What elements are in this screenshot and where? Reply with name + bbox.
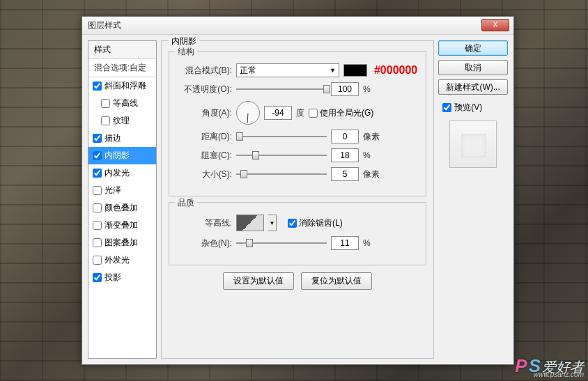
style-item-label: 等高线 (113, 98, 138, 109)
angle-unit: 度 (296, 107, 304, 119)
opacity-slider[interactable] (236, 83, 327, 95)
style-item-label: 渐变叠加 (105, 219, 138, 231)
blend-mode-value: 正常 (240, 65, 256, 77)
new-style-button[interactable]: 新建样式(W)... (438, 79, 508, 95)
chevron-down-icon: ▼ (330, 67, 336, 74)
style-item-label: 内阴影 (105, 150, 130, 162)
contour-row: 等高线: ▼ 消除锯齿(L) (178, 215, 417, 231)
color-hex-annotation: #000000 (374, 64, 417, 77)
opacity-unit: % (363, 84, 371, 94)
style-item-10[interactable]: 外发光 (88, 251, 156, 269)
style-checkbox[interactable] (93, 256, 102, 265)
global-light-checkbox[interactable]: 使用全局光(G) (309, 107, 373, 119)
noise-unit: % (363, 238, 371, 248)
style-checkbox[interactable] (93, 169, 102, 178)
preview-thumbnail (449, 120, 497, 168)
ok-button[interactable]: 确定 (438, 40, 508, 56)
contour-picker[interactable] (236, 215, 264, 231)
watermark-url: www.psahz.com (534, 371, 584, 378)
style-item-3[interactable]: 描边 (88, 130, 156, 147)
defaults-button-row: 设置为默认值 复位为默认值 (169, 272, 426, 290)
global-light-input[interactable] (309, 109, 318, 118)
blend-options-default[interactable]: 混合选项:自定 (88, 59, 156, 77)
effect-outer: 内阴影 结构 混合模式(B): 正常 ▼ #000000 不透明度(O): (161, 40, 434, 359)
opacity-label: 不透明度(O): (178, 84, 232, 95)
color-swatch[interactable] (343, 64, 367, 77)
angle-label: 角度(A): (178, 107, 232, 119)
style-item-label: 外发光 (105, 254, 130, 266)
distance-slider[interactable] (236, 130, 327, 143)
styles-list-panel: 样式 混合选项:自定 斜面和浮雕等高线纹理描边内阴影内发光光泽颜色叠加渐变叠加图… (88, 40, 157, 359)
style-checkbox[interactable] (101, 116, 110, 125)
style-checkbox[interactable] (93, 203, 102, 212)
antialias-checkbox[interactable]: 消除锯齿(L) (288, 217, 343, 229)
style-item-label: 纹理 (113, 115, 130, 127)
titlebar[interactable]: 图层样式 X (82, 17, 513, 35)
close-button[interactable]: X (481, 19, 509, 31)
size-row: 大小(S): 像素 (178, 167, 417, 181)
quality-legend: 品质 (175, 197, 197, 209)
style-item-label: 图案叠加 (105, 237, 138, 249)
style-checkbox[interactable] (93, 81, 102, 91)
noise-slider[interactable] (236, 237, 327, 249)
preview-input[interactable] (442, 103, 451, 112)
style-item-5[interactable]: 内发光 (88, 164, 156, 182)
style-item-9[interactable]: 图案叠加 (88, 234, 156, 251)
blend-mode-combo[interactable]: 正常 ▼ (236, 63, 339, 77)
noise-row: 杂色(N): % (178, 236, 417, 250)
cancel-button[interactable]: 取消 (438, 60, 508, 75)
style-checkbox[interactable] (93, 186, 102, 195)
noise-input[interactable] (331, 236, 359, 250)
distance-unit: 像素 (363, 131, 380, 143)
opacity-input[interactable] (331, 82, 359, 96)
angle-input[interactable] (264, 106, 292, 120)
choke-input[interactable] (331, 148, 359, 162)
angle-row: 角度(A): 度 使用全局光(G) (178, 101, 417, 125)
layer-style-dialog: 图层样式 X 样式 混合选项:自定 斜面和浮雕等高线纹理描边内阴影内发光光泽颜色… (82, 16, 514, 365)
reset-default-button[interactable]: 复位为默认值 (301, 272, 372, 290)
style-checkbox[interactable] (93, 134, 102, 143)
style-item-label: 斜面和浮雕 (105, 80, 146, 92)
style-checkbox[interactable] (93, 221, 102, 230)
style-item-2[interactable]: 纹理 (88, 112, 156, 130)
styles-header[interactable]: 样式 (88, 41, 156, 59)
choke-label: 阻塞(C): (178, 150, 232, 162)
contour-dropdown-arrow[interactable]: ▼ (268, 215, 277, 231)
style-item-11[interactable]: 投影 (88, 269, 156, 286)
distance-input[interactable] (331, 130, 359, 143)
watermark: PS 爱好者 www.psahz.com (515, 355, 584, 377)
right-button-panel: 确定 取消 新建样式(W)... 预览(V) (438, 40, 508, 359)
antialias-label: 消除锯齿(L) (299, 217, 343, 229)
distance-label: 距离(D): (178, 131, 232, 143)
style-checkbox[interactable] (93, 238, 102, 247)
noise-label: 杂色(N): (178, 238, 232, 249)
choke-row: 阻塞(C): % (178, 148, 417, 162)
structure-legend: 结构 (175, 46, 197, 58)
style-item-4[interactable]: 内阴影 (88, 147, 156, 164)
distance-row: 距离(D): 像素 (178, 130, 417, 143)
style-item-7[interactable]: 颜色叠加 (88, 199, 156, 217)
size-slider[interactable] (236, 168, 327, 180)
style-checkbox[interactable] (93, 273, 102, 282)
size-unit: 像素 (363, 169, 380, 180)
antialias-input[interactable] (288, 219, 297, 228)
opacity-row: 不透明度(O): % (178, 82, 417, 96)
style-item-1[interactable]: 等高线 (88, 95, 156, 112)
preview-checkbox[interactable]: 预览(V) (442, 102, 508, 114)
style-item-0[interactable]: 斜面和浮雕 (88, 77, 156, 95)
blend-mode-label: 混合模式(B): (178, 65, 232, 77)
style-item-8[interactable]: 渐变叠加 (88, 217, 156, 234)
style-checkbox[interactable] (93, 151, 102, 160)
style-item-label: 光泽 (105, 185, 121, 196)
quality-fieldset: 品质 等高线: ▼ 消除锯齿(L) 杂色(N): % (169, 202, 426, 265)
make-default-button[interactable]: 设置为默认值 (223, 272, 294, 290)
style-checkbox[interactable] (101, 99, 110, 108)
window-title: 图层样式 (88, 20, 121, 31)
size-input[interactable] (331, 167, 359, 181)
style-item-label: 描边 (105, 132, 121, 144)
angle-dial[interactable] (236, 101, 260, 125)
style-item-6[interactable]: 光泽 (88, 182, 156, 199)
style-item-label: 内发光 (105, 167, 130, 179)
choke-slider[interactable] (236, 149, 327, 162)
style-item-label: 投影 (105, 272, 121, 283)
